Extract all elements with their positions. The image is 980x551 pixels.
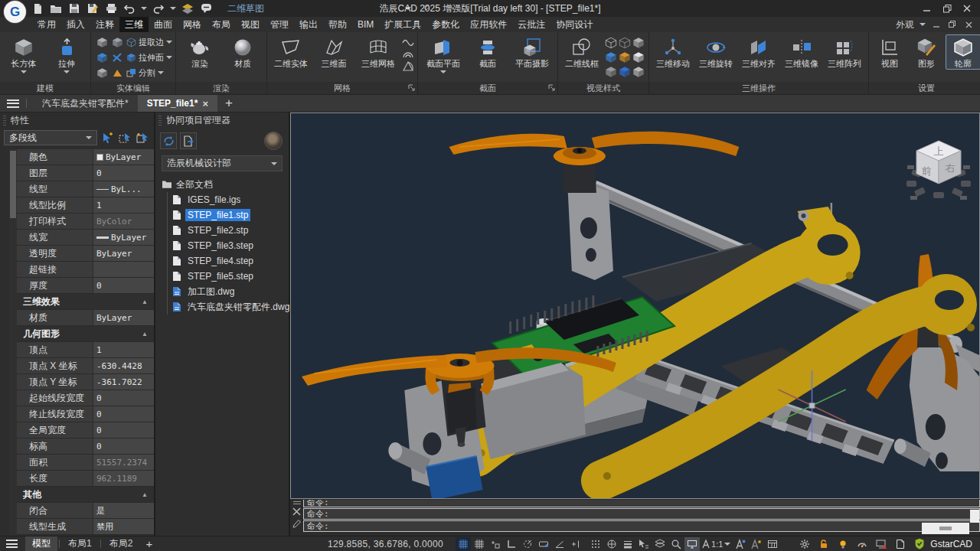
property-section-header[interactable]: 其他▲ bbox=[17, 487, 154, 503]
properties-panel-header[interactable]: 特性 bbox=[0, 112, 154, 129]
shell-icon[interactable] bbox=[94, 65, 109, 80]
appearance-caret[interactable] bbox=[920, 23, 926, 26]
fillet-edge-icon[interactable] bbox=[109, 65, 125, 80]
property-value[interactable]: ByLayer bbox=[93, 310, 154, 325]
file-tree-item[interactable]: STEP_file4.step bbox=[172, 253, 286, 269]
print-button[interactable] bbox=[104, 2, 118, 15]
menu-tab-12[interactable]: BIM bbox=[352, 17, 379, 32]
vs-gray-icon[interactable] bbox=[632, 35, 645, 50]
command-history-line[interactable]: 命令: bbox=[303, 508, 980, 520]
annotation-scale-control[interactable]: 1:1 bbox=[701, 540, 732, 549]
app-logo-icon[interactable]: G bbox=[4, 1, 26, 23]
chat-button[interactable] bbox=[199, 2, 213, 15]
ortho-mode-icon[interactable] bbox=[504, 537, 519, 551]
section-button[interactable]: 截面 bbox=[467, 34, 508, 70]
union-icon[interactable] bbox=[94, 34, 109, 50]
graphics-button[interactable]: 图形 bbox=[909, 34, 944, 70]
minimize-button[interactable] bbox=[919, 2, 936, 15]
file-tree-item[interactable]: STEP_file2.stp bbox=[172, 223, 286, 238]
mesh-3d-button[interactable]: 三维网格 bbox=[356, 34, 400, 70]
dynamic-ucs-icon[interactable] bbox=[604, 537, 619, 551]
selection-filter-icon[interactable] bbox=[636, 537, 652, 551]
intersect-icon[interactable] bbox=[94, 50, 109, 65]
vs-orange-icon[interactable] bbox=[618, 50, 632, 64]
menu-tab-14[interactable]: 参数化 bbox=[426, 17, 465, 32]
user-avatar[interactable] bbox=[264, 132, 283, 150]
pick-add-icon[interactable] bbox=[100, 130, 115, 145]
wireframe-2d-button[interactable]: 二维线框 bbox=[561, 34, 603, 70]
rotate-3d-button[interactable]: 三维旋转 bbox=[695, 34, 737, 70]
vs-realistic-icon[interactable] bbox=[618, 64, 632, 79]
project-panel-header[interactable]: 协同项目管理器 bbox=[155, 112, 289, 129]
angle-icon[interactable] bbox=[552, 537, 567, 551]
clean-screen-icon[interactable] bbox=[893, 537, 908, 551]
property-value[interactable]: ByLayer bbox=[93, 149, 154, 165]
section-dialog-launcher[interactable] bbox=[548, 84, 555, 91]
menu-tab-15[interactable]: 应用软件 bbox=[465, 17, 512, 32]
vs-shaded-icon[interactable] bbox=[604, 64, 618, 79]
property-value[interactable]: 禁用 bbox=[93, 519, 154, 534]
command-close-icon[interactable] bbox=[292, 507, 301, 516]
revolved-mesh-icon[interactable] bbox=[402, 36, 414, 47]
box-button[interactable]: 长方体 bbox=[3, 34, 44, 74]
viewport[interactable]: 上 前 右 bbox=[290, 112, 980, 499]
lock-ui-icon[interactable] bbox=[816, 537, 831, 551]
security-shield-icon[interactable] bbox=[912, 537, 927, 551]
tips-bulb-icon[interactable] bbox=[835, 537, 851, 551]
menu-tab-5[interactable]: 曲面 bbox=[149, 17, 178, 32]
grid-display-icon[interactable] bbox=[456, 537, 471, 551]
property-value[interactable]: 0 bbox=[93, 390, 154, 406]
doc-minimize-button[interactable] bbox=[931, 19, 942, 30]
doc-tab-close-icon[interactable]: × bbox=[202, 98, 208, 109]
property-value[interactable]: 1 bbox=[93, 197, 154, 213]
lineweight-display-icon[interactable] bbox=[620, 537, 635, 551]
menu-tab-1[interactable]: 常用 bbox=[32, 17, 61, 32]
subtract-icon[interactable] bbox=[109, 34, 125, 50]
move-3d-button[interactable]: 三维移动 bbox=[652, 34, 694, 70]
file-tree-item[interactable]: STEP_file3.step bbox=[172, 238, 286, 253]
extrude-face-button[interactable]: 拉伸面 bbox=[126, 50, 172, 65]
alert-monitor-icon[interactable] bbox=[874, 537, 889, 551]
zoom-icon[interactable] bbox=[668, 537, 684, 551]
new-file-button[interactable] bbox=[31, 2, 44, 15]
ruled-mesh-icon[interactable] bbox=[402, 60, 414, 71]
doc-tab-2-active[interactable]: STEP_file1* × bbox=[138, 95, 217, 112]
object-type-select[interactable]: 多段线 bbox=[4, 130, 97, 145]
menu-tab-2[interactable]: 插入 bbox=[61, 17, 90, 32]
isolate-objects-icon[interactable] bbox=[652, 537, 668, 551]
toolbar-options-icon[interactable] bbox=[420, 2, 433, 15]
property-value[interactable]: 962.1189 bbox=[93, 471, 154, 486]
new-layout-button[interactable]: + bbox=[139, 537, 158, 550]
import-file-button[interactable] bbox=[180, 132, 197, 149]
section-plane-button[interactable]: 截面平面 bbox=[421, 34, 466, 74]
doc-menu-icon[interactable] bbox=[7, 99, 19, 108]
property-value[interactable]: ByLayer bbox=[93, 230, 154, 245]
dynamic-input-icon[interactable] bbox=[536, 537, 551, 551]
property-section-header[interactable]: 几何图形▲ bbox=[17, 326, 154, 342]
property-value[interactable]: 0 bbox=[93, 278, 154, 293]
menu-tab-3[interactable]: 注释 bbox=[90, 17, 119, 32]
property-value[interactable]: 0 bbox=[93, 422, 154, 438]
property-value[interactable]: ByLayer bbox=[93, 246, 154, 261]
command-input-line[interactable]: 命令: bbox=[303, 520, 980, 532]
command-resize-handle[interactable] bbox=[922, 523, 969, 534]
property-value[interactable]: ByColor bbox=[93, 214, 154, 229]
workspace-switch-icon[interactable] bbox=[765, 537, 780, 551]
sync-button[interactable] bbox=[160, 132, 177, 149]
vs-wireframe-icon[interactable] bbox=[604, 35, 618, 50]
command-history-line[interactable]: 命令: bbox=[303, 500, 980, 507]
menu-tab-11[interactable]: 帮助 bbox=[323, 17, 352, 32]
restore-button[interactable] bbox=[939, 2, 956, 15]
property-value[interactable]: 0 bbox=[93, 165, 154, 181]
redo-button[interactable] bbox=[152, 2, 165, 15]
command-edit-icon[interactable] bbox=[292, 519, 302, 528]
command-scrollbar[interactable] bbox=[970, 510, 979, 523]
save-button[interactable] bbox=[67, 2, 81, 15]
tree-root[interactable]: 全部文档 bbox=[162, 177, 286, 192]
menu-tab-13[interactable]: 扩展工具 bbox=[379, 17, 426, 32]
file-tree-item[interactable]: 加工图.dwg bbox=[172, 284, 286, 299]
slice-icon[interactable] bbox=[109, 50, 125, 65]
doc-tab-1[interactable]: 汽车底盘夹钳零配件* bbox=[33, 95, 138, 112]
face-3d-button[interactable]: 三维面 bbox=[313, 34, 354, 70]
graphics-performance-icon[interactable] bbox=[684, 537, 700, 551]
